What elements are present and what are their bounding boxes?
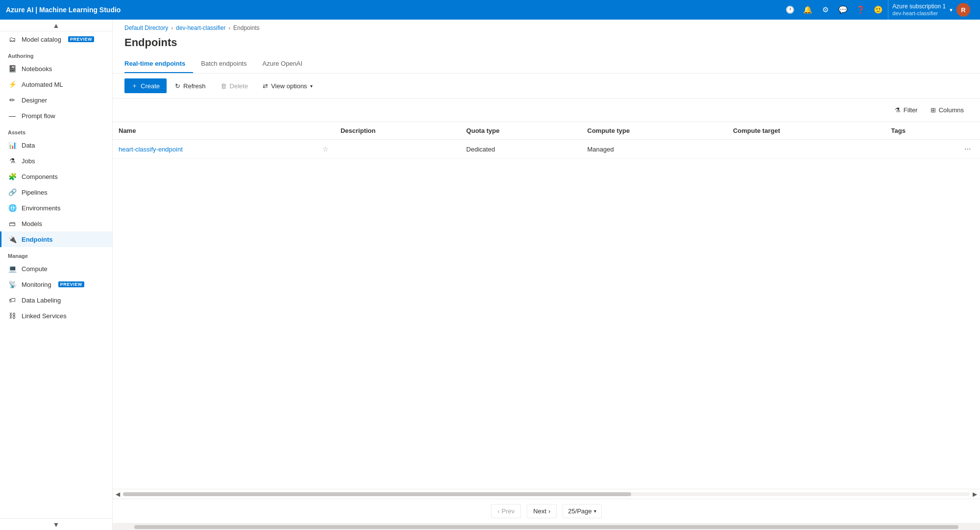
avatar: R [956, 3, 970, 17]
main-layout: ▲ 🗂 Model catalog PREVIEW Authoring 📓 No… [0, 20, 980, 530]
endpoint-link[interactable]: heart-classify-endpoint [119, 146, 183, 153]
page-size-chevron: ▾ [594, 508, 596, 514]
bottom-scroll-thumb[interactable] [134, 525, 958, 529]
tab-batch-endpoints[interactable]: Batch endpoints [201, 55, 254, 73]
sidebar-item-monitoring[interactable]: 📡 Monitoring PREVIEW [0, 277, 112, 292]
delete-icon: 🗑 [220, 82, 227, 90]
sidebar-scroll-up[interactable]: ▲ [0, 20, 112, 31]
tab-azure-openai[interactable]: Azure OpenAI [262, 55, 310, 73]
plus-icon: ＋ [131, 81, 138, 90]
table-area: Name Description Quota type Compute type… [113, 122, 980, 489]
sidebar-item-data-labeling[interactable]: 🏷 Data Labeling [0, 292, 112, 308]
refresh-button[interactable]: ↻ Refresh [169, 79, 212, 93]
sidebar-item-label: Linked Services [22, 312, 67, 320]
sidebar-item-label: Models [22, 220, 42, 227]
app-title: Azure AI | Machine Learning Studio [6, 6, 782, 14]
h-scroll-track[interactable] [123, 492, 970, 496]
sidebar-item-compute[interactable]: 💻 Compute [0, 261, 112, 277]
next-button[interactable]: Next › [527, 504, 557, 518]
page-size-selector[interactable]: 25/Page ▾ [563, 504, 601, 518]
clock-icon[interactable]: 🕐 [782, 2, 798, 18]
sidebar-item-label: Prompt flow [22, 112, 55, 120]
sidebar-item-models[interactable]: 🗃 Models [0, 216, 112, 231]
h-scroll-thumb[interactable] [123, 492, 631, 496]
tab-realtime-endpoints[interactable]: Real-time endpoints [124, 55, 193, 73]
account-switcher[interactable]: Azure subscription 1 dev-heart-classifie… [888, 0, 974, 20]
sidebar-item-model-catalog[interactable]: 🗂 Model catalog PREVIEW [0, 31, 112, 47]
breadcrumb-current: Endpoints [233, 25, 259, 31]
scroll-left-arrow[interactable]: ◀ [113, 491, 123, 498]
sidebar-item-components[interactable]: 🧩 Components [0, 169, 112, 184]
sidebar-item-label: Components [22, 173, 58, 180]
toolbar: ＋ Create ↻ Refresh 🗑 Delete ⇄ View optio… [113, 74, 980, 99]
bottom-scrollbar [113, 523, 980, 530]
col-header-name[interactable]: Name [113, 122, 317, 140]
breadcrumb-sep-2: › [228, 25, 230, 31]
filter-icon: ⚗ [895, 106, 901, 114]
more-options-button[interactable]: ··· [961, 144, 974, 154]
content-area: Default Directory › dev-heart-classifier… [113, 20, 980, 530]
account-workspace: dev-heart-classifier [892, 10, 946, 17]
h-scrollbar: ◀ ▶ [113, 489, 980, 499]
view-options-icon: ⇄ [263, 82, 268, 90]
sidebar-item-jobs[interactable]: ⚗ Jobs [0, 153, 112, 169]
cell-more: ··· [956, 140, 980, 159]
sidebar-scroll-down[interactable]: ▼ [0, 518, 112, 530]
delete-button[interactable]: 🗑 Delete [214, 79, 255, 93]
sidebar-item-data[interactable]: 📊 Data [0, 137, 112, 153]
sidebar-item-notebooks[interactable]: 📓 Notebooks [0, 61, 112, 76]
sidebar-item-pipelines[interactable]: 🔗 Pipelines [0, 184, 112, 200]
star-icon[interactable]: ☆ [322, 145, 329, 153]
sidebar-item-label: Automated ML [22, 81, 63, 88]
pagination: ‹ Prev Next › 25/Page ▾ [113, 499, 980, 523]
smiley-icon[interactable]: 🙂 [870, 2, 886, 18]
breadcrumb-workspace[interactable]: dev-heart-classifier [176, 25, 225, 31]
sidebar-item-environments[interactable]: 🌐 Environments [0, 200, 112, 216]
compute-icon: 💻 [8, 265, 17, 273]
settings-icon[interactable]: ⚙ [817, 2, 833, 18]
filter-button[interactable]: ⚗ Filter [890, 103, 922, 117]
sidebar-item-endpoints[interactable]: 🔌 Endpoints [0, 231, 112, 247]
create-button[interactable]: ＋ Create [124, 78, 167, 93]
sidebar-item-label: Model catalog [22, 36, 61, 43]
sidebar-item-label: Endpoints [22, 236, 53, 243]
page-title: Endpoints [113, 34, 980, 55]
breadcrumb: Default Directory › dev-heart-classifier… [113, 20, 980, 34]
endpoints-icon: 🔌 [8, 235, 17, 243]
sidebar-item-label: Data [22, 142, 35, 149]
col-header-star [317, 122, 335, 140]
col-header-quota-type[interactable]: Quota type [461, 122, 582, 140]
scroll-right-arrow[interactable]: ▶ [970, 491, 980, 498]
sidebar-item-prompt-flow[interactable]: — Prompt flow [0, 108, 112, 124]
view-options-button[interactable]: ⇄ View options ▾ [256, 79, 318, 93]
col-header-tags[interactable]: Tags [885, 122, 956, 140]
endpoints-table: Name Description Quota type Compute type… [113, 122, 980, 159]
prev-arrow-icon: ‹ [497, 507, 499, 515]
prompt-flow-icon: — [8, 112, 17, 120]
breadcrumb-default-directory[interactable]: Default Directory [124, 25, 168, 31]
prev-button[interactable]: ‹ Prev [491, 504, 521, 518]
jobs-icon: ⚗ [8, 157, 17, 165]
notebooks-icon: 📓 [8, 65, 17, 73]
environments-icon: 🌐 [8, 204, 17, 212]
refresh-icon: ↻ [175, 82, 180, 90]
columns-button[interactable]: ⊞ Columns [926, 103, 968, 117]
sidebar-item-linked-services[interactable]: ⛓ Linked Services [0, 308, 112, 324]
table-header-row: Name Description Quota type Compute type… [113, 122, 980, 140]
sidebar-item-label: Monitoring [22, 281, 51, 288]
columns-icon: ⊞ [931, 106, 936, 114]
linked-services-icon: ⛓ [8, 312, 17, 320]
help-icon[interactable]: ❓ [853, 2, 868, 18]
bell-icon[interactable]: 🔔 [800, 2, 815, 18]
chat-icon[interactable]: 💬 [835, 2, 851, 18]
col-header-compute-target[interactable]: Compute target [727, 122, 885, 140]
breadcrumb-sep-1: › [171, 25, 173, 31]
sidebar-item-label: Environments [22, 204, 60, 212]
sidebar-item-designer[interactable]: ✏ Designer [0, 92, 112, 108]
col-header-description[interactable]: Description [335, 122, 461, 140]
data-labeling-icon: 🏷 [8, 296, 17, 304]
col-header-compute-type[interactable]: Compute type [582, 122, 727, 140]
sidebar-item-label: Notebooks [22, 65, 52, 73]
sidebar-item-automated-ml[interactable]: ⚡ Automated ML [0, 76, 112, 92]
monitoring-icon: 📡 [8, 280, 17, 288]
